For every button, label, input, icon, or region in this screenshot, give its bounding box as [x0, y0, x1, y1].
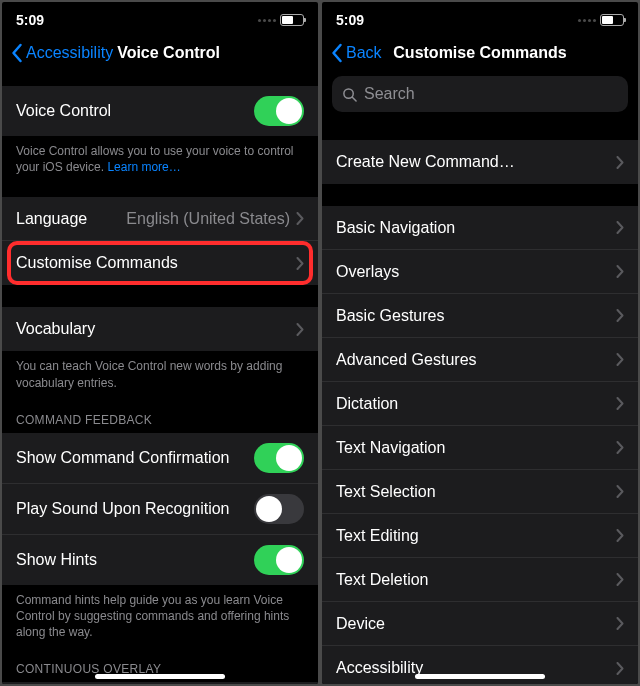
signal-dots — [258, 19, 276, 22]
chevron-right-icon — [616, 573, 624, 586]
vocabulary-note: You can teach Voice Control new words by… — [2, 351, 318, 390]
chevron-right-icon — [616, 441, 624, 454]
status-bar: 5:09 — [322, 2, 638, 34]
page-title: Voice Control — [117, 44, 220, 62]
chevron-left-icon — [10, 43, 23, 63]
play-sound-toggle[interactable] — [254, 494, 304, 524]
category-label: Dictation — [336, 395, 616, 413]
signal-dots — [578, 19, 596, 22]
voice-control-toggle-row[interactable]: Voice Control — [2, 86, 318, 136]
category-row[interactable]: Text Editing — [322, 514, 638, 558]
category-row[interactable]: Text Navigation — [322, 426, 638, 470]
continuous-overlay-header: CONTINUOUS OVERLAY — [2, 662, 318, 682]
chevron-right-icon — [296, 323, 304, 336]
category-label: Text Deletion — [336, 571, 616, 589]
vocabulary-row[interactable]: Vocabulary — [2, 307, 318, 351]
voice-control-label: Voice Control — [16, 102, 254, 120]
language-value: English (United States) — [126, 210, 290, 228]
voice-control-toggle[interactable] — [254, 96, 304, 126]
show-confirmation-toggle[interactable] — [254, 443, 304, 473]
category-row[interactable]: Dictation — [322, 382, 638, 426]
category-label: Overlays — [336, 263, 616, 281]
chevron-right-icon — [616, 397, 624, 410]
category-label: Basic Navigation — [336, 219, 616, 237]
vocabulary-label: Vocabulary — [16, 320, 296, 338]
learn-more-link[interactable]: Learn more… — [107, 160, 180, 174]
customise-commands-label: Customise Commands — [16, 254, 296, 272]
settings-content: Voice Control Voice Control allows you t… — [2, 72, 318, 684]
phone-right: 5:09 Back Customise Commands Search Crea… — [322, 2, 638, 684]
customise-commands-row[interactable]: Customise Commands — [2, 241, 318, 285]
chevron-right-icon — [296, 212, 304, 225]
chevron-right-icon — [616, 662, 624, 675]
status-right — [258, 14, 304, 26]
chevron-right-icon — [616, 156, 624, 169]
home-indicator[interactable] — [415, 674, 545, 679]
category-label: Basic Gestures — [336, 307, 616, 325]
search-input[interactable]: Search — [332, 76, 628, 112]
status-time: 5:09 — [336, 12, 364, 28]
command-feedback-header: COMMAND FEEDBACK — [2, 413, 318, 433]
search-icon — [342, 87, 357, 102]
commands-content: Create New Command… Basic NavigationOver… — [322, 122, 638, 684]
status-right — [578, 14, 624, 26]
voice-control-note: Voice Control allows you to use your voi… — [2, 136, 318, 175]
chevron-right-icon — [616, 353, 624, 366]
category-label: Text Editing — [336, 527, 616, 545]
category-row[interactable]: Advanced Gestures — [322, 338, 638, 382]
language-row[interactable]: Language English (United States) — [2, 197, 318, 241]
back-label: Back — [346, 44, 382, 62]
category-label: Device — [336, 615, 616, 633]
page-title: Customise Commands — [393, 44, 566, 62]
hints-note: Command hints help guide you as you lear… — [2, 585, 318, 641]
search-placeholder: Search — [364, 85, 415, 103]
chevron-right-icon — [616, 485, 624, 498]
chevron-right-icon — [296, 257, 304, 270]
show-confirmation-row[interactable]: Show Command Confirmation — [2, 433, 318, 484]
category-row[interactable]: Basic Gestures — [322, 294, 638, 338]
nav-bar: Accessibility Voice Control — [2, 34, 318, 72]
category-row[interactable]: Text Deletion — [322, 558, 638, 602]
back-button[interactable]: Accessibility — [10, 43, 113, 63]
language-label: Language — [16, 210, 126, 228]
chevron-right-icon — [616, 265, 624, 278]
create-new-command-row[interactable]: Create New Command… — [322, 140, 638, 184]
home-indicator[interactable] — [95, 674, 225, 679]
chevron-left-icon — [330, 43, 343, 63]
status-bar: 5:09 — [2, 2, 318, 34]
category-row[interactable]: Basic Navigation — [322, 206, 638, 250]
category-row[interactable]: Text Selection — [322, 470, 638, 514]
back-button[interactable]: Back — [330, 43, 382, 63]
show-hints-row[interactable]: Show Hints — [2, 535, 318, 585]
chevron-right-icon — [616, 221, 624, 234]
category-label: Text Selection — [336, 483, 616, 501]
overlay-row[interactable]: Overlay None — [2, 682, 318, 684]
category-label: Advanced Gestures — [336, 351, 616, 369]
status-time: 5:09 — [16, 12, 44, 28]
chevron-right-icon — [616, 309, 624, 322]
nav-bar: Back Customise Commands — [322, 34, 638, 72]
svg-line-1 — [352, 97, 356, 101]
category-row[interactable]: Overlays — [322, 250, 638, 294]
play-sound-row[interactable]: Play Sound Upon Recognition — [2, 484, 318, 535]
category-label: Text Navigation — [336, 439, 616, 457]
chevron-right-icon — [616, 529, 624, 542]
category-row[interactable]: Device — [322, 602, 638, 646]
show-hints-toggle[interactable] — [254, 545, 304, 575]
phone-left: 5:09 Accessibility Voice Control Voice C… — [2, 2, 318, 684]
chevron-right-icon — [616, 617, 624, 630]
battery-icon — [600, 14, 624, 26]
battery-icon — [280, 14, 304, 26]
back-label: Accessibility — [26, 44, 113, 62]
